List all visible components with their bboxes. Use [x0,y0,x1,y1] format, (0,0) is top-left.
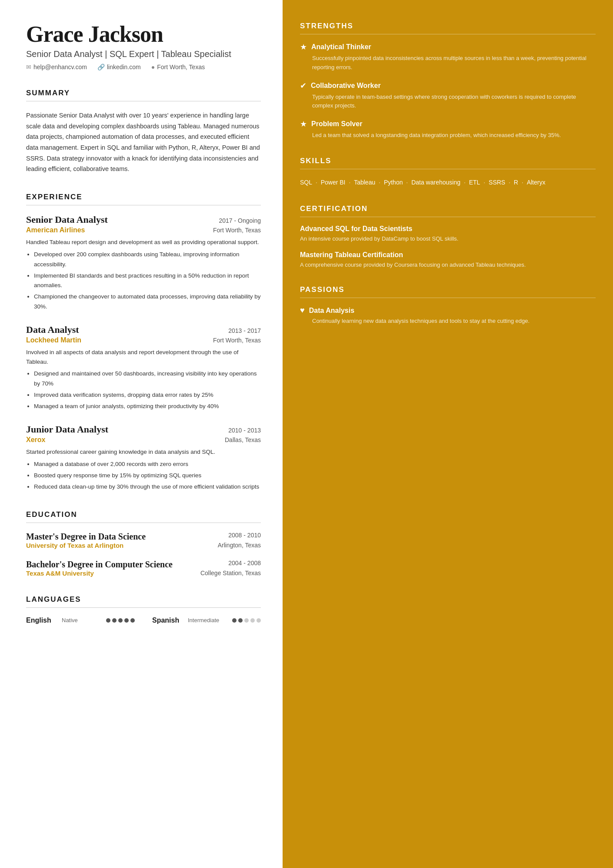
skill-item: Python [384,179,403,186]
experience-title: EXPERIENCE [26,193,261,205]
language-dot [250,618,255,623]
contact-info: ✉ help@enhancv.com 🔗 linkedin.com ● Fort… [26,64,261,70]
location-icon: ● [151,64,155,70]
edu-location: College Station, Texas [200,570,261,577]
cert-description: An intensive course provided by DataCamp… [300,235,596,243]
cert-description: A comprehensive course provided by Cours… [300,261,596,269]
language-level: Intermediate [188,617,227,623]
strength-item: ✔ Collaborative Worker Typically operate… [300,81,596,111]
language-dots [232,618,261,623]
jobs-list: Senior Data Analyst 2017 - Ongoing Ameri… [26,214,261,492]
strength-title: Problem Solver [311,120,362,128]
job-bullets: Managed a database of over 2,000 records… [26,459,261,492]
job-company: Xerox [26,436,45,444]
skills-section: SKILLS SQL · Power BI · Tableau · Python… [300,157,596,188]
language-name: English [26,617,57,624]
edu-header: Bachelor's Degree in Computer Science 20… [26,560,261,570]
language-dot [232,618,237,623]
language-dot [238,618,243,623]
left-column: Grace Jackson Senior Data Analyst | SQL … [0,0,283,868]
skill-item: SQL [300,179,312,186]
skill-item: Data warehousing [411,179,460,186]
passions-title: PASSIONS [300,285,596,298]
job-bullets: Developed over 200 complex dashboards us… [26,250,261,312]
strength-description: Typically operate in team-based settings… [300,93,596,111]
skill-separator: · [520,179,525,186]
language-dot [257,618,261,623]
job-title: Junior Data Analyst [26,424,108,435]
language-dots [106,618,135,623]
education-title: EDUCATION [26,510,261,523]
strength-title: Collaborative Worker [311,82,381,90]
skill-separator: · [507,179,512,186]
job-description: Involved in all aspects of data analysis… [26,348,261,366]
job-bullets: Designed and maintained over 50 dashboar… [26,369,261,412]
job-bullet: Implemented BI standards and best practi… [34,271,261,291]
job-bullet: Boosted query response time by 15% by op… [34,471,261,481]
job-location: Fort Worth, Texas [213,227,261,234]
language-dot [130,618,135,623]
experience-section: EXPERIENCE Senior Data Analyst 2017 - On… [26,193,261,492]
job-date: 2013 - 2017 [228,327,261,334]
language-name: Spanish [152,617,183,624]
job-title: Senior Data Analyst [26,214,108,225]
job-description: Handled Tableau report design and develo… [26,238,261,247]
skill-item: ETL [469,179,480,186]
job-header: Senior Data Analyst 2017 - Ongoing [26,214,261,225]
skill-item: Tableau [354,179,375,186]
job-bullet: Developed over 200 complex dashboards us… [34,250,261,270]
edu-degree: Bachelor's Degree in Computer Science [26,560,173,570]
education-entry: Bachelor's Degree in Computer Science 20… [26,560,261,577]
strength-header: ✔ Collaborative Worker [300,81,596,90]
job-header: Junior Data Analyst 2010 - 2013 [26,424,261,435]
passions-section: PASSIONS ♥ Data Analysis Continually lea… [300,285,596,326]
skills-text: SQL · Power BI · Tableau · Python · Data… [300,177,596,188]
edu-header: Master's Degree in Data Science 2008 - 2… [26,532,261,542]
language-level: Native [62,617,101,623]
strengths-list: ★ Analytical Thinker Successfully pinpoi… [300,42,596,140]
skill-separator: · [314,179,319,186]
education-section: EDUCATION Master's Degree in Data Scienc… [26,510,261,577]
candidate-name: Grace Jackson [26,22,261,47]
job-bullet: Managed a team of junior analysts, optim… [34,402,261,412]
skill-item: Alteryx [527,179,546,186]
strength-icon: ★ [300,42,307,52]
email-icon: ✉ [26,64,31,70]
strength-description: Led a team that solved a longstanding da… [300,131,596,140]
cert-title: Advanced SQL for Data Scientists [300,225,596,233]
language-item: English Native [26,617,135,624]
job-bullet: Managed a database of over 2,000 records… [34,459,261,469]
certification-section: CERTIFICATION Advanced SQL for Data Scie… [300,204,596,269]
job-company: American Airlines [26,226,85,234]
edu-date: 2008 - 2010 [228,532,261,542]
summary-title: SUMMARY [26,89,261,101]
language-dot [124,618,129,623]
job-title: Data Analyst [26,324,79,335]
right-column: STRENGTHS ★ Analytical Thinker Successfu… [283,0,613,868]
header: Grace Jackson Senior Data Analyst | SQL … [26,22,261,70]
passions-list: ♥ Data Analysis Continually learning new… [300,306,596,326]
candidate-title: Senior Data Analyst | SQL Expert | Table… [26,49,261,59]
skill-item: R [514,179,518,186]
edu-school-row: University of Texas at Arlington Arlingt… [26,542,261,549]
linkedin-contact: 🔗 linkedin.com [97,64,141,70]
job-bullet: Reduced data clean-up time by 30% throug… [34,482,261,492]
email-contact: ✉ help@enhancv.com [26,64,87,70]
location-contact: ● Fort Worth, Texas [151,64,205,70]
summary-section: SUMMARY Passionate Senior Data Analyst w… [26,89,261,174]
certification-title: CERTIFICATION [300,204,596,217]
job-entry: Data Analyst 2013 - 2017 Lockheed Martin… [26,324,261,412]
passion-item: ♥ Data Analysis Continually learning new… [300,306,596,326]
skill-separator: · [462,179,467,186]
strength-title: Analytical Thinker [311,43,371,51]
linkedin-icon: 🔗 [97,64,105,70]
strength-item: ★ Problem Solver Led a team that solved … [300,119,596,140]
passion-header: ♥ Data Analysis [300,306,596,315]
strength-icon: ★ [300,119,307,129]
skill-separator: · [482,179,487,186]
skill-item: SSRS [489,179,505,186]
cert-title: Mastering Tableau Certification [300,251,596,259]
job-company: Lockheed Martin [26,336,81,344]
strengths-title: STRENGTHS [300,22,596,34]
strength-description: Successfully pinpointed data inconsisten… [300,54,596,72]
